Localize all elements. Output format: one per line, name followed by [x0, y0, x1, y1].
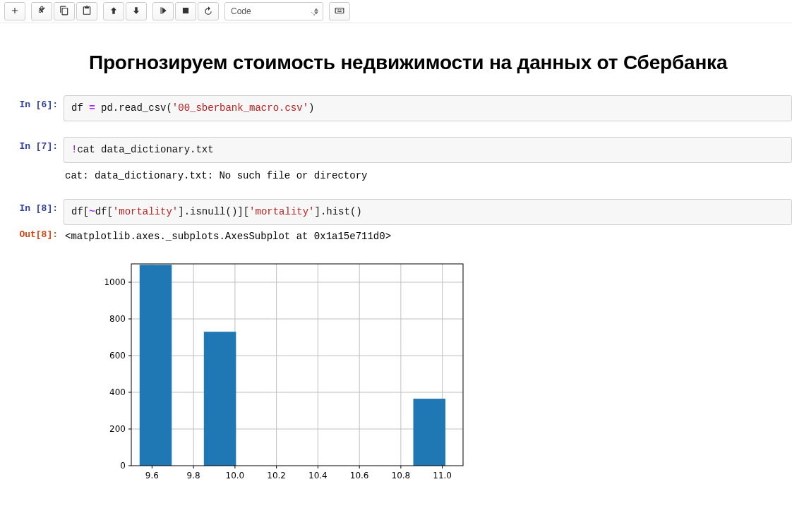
arrow-down-icon [131, 6, 141, 18]
command-palette-button[interactable] [329, 2, 350, 20]
svg-text:0: 0 [120, 461, 126, 471]
svg-rect-22 [414, 399, 446, 466]
code-token: df[ [71, 206, 89, 217]
run-button[interactable] [152, 2, 174, 20]
keyboard-icon [335, 6, 344, 18]
copy-icon [59, 6, 69, 18]
code-cell: In [8]: df[~df['mortality'].isnull()]['m… [0, 199, 792, 225]
scissors-icon [37, 6, 47, 18]
svg-rect-4 [340, 9, 341, 10]
toolbar-group-edit [31, 2, 97, 20]
code-token: pd.read_csv( [95, 102, 172, 114]
code-input[interactable]: df = pd.read_csv('00_sberbank_macro.csv'… [64, 95, 792, 121]
code-cell: In [6]: df = pd.read_csv('00_sberbank_ma… [0, 95, 792, 121]
notebook-body: Прогнозируем стоимость недвижимости на д… [0, 23, 792, 504]
interrupt-button[interactable] [175, 2, 196, 20]
code-token: ].isnull()][ [178, 206, 249, 217]
notebook-toolbar: Code [0, 0, 792, 23]
code-token: '00_sberbank_macro.csv' [172, 102, 308, 114]
svg-rect-0 [183, 7, 188, 13]
code-input[interactable]: df[~df['mortality'].isnull()]['mortality… [64, 199, 792, 225]
output-prompt: Out[8]: [0, 225, 64, 490]
paste-button[interactable] [76, 2, 97, 20]
code-token: ].hist() [315, 206, 362, 217]
stop-icon [181, 6, 191, 18]
svg-text:11.0: 11.0 [433, 471, 452, 480]
svg-text:400: 400 [109, 387, 126, 397]
select-arrows-icon [314, 8, 318, 15]
code-token: cat data_dictionary.txt [77, 144, 213, 155]
cut-button[interactable] [31, 2, 52, 20]
run-icon [158, 6, 168, 18]
code-token: = [89, 102, 95, 114]
toolbar-group-move [103, 2, 147, 20]
toolbar-group-palette [329, 2, 350, 20]
code-token: df[ [95, 206, 113, 217]
code-token: ) [308, 102, 314, 114]
svg-rect-3 [338, 9, 339, 10]
code-token: 'mortality' [113, 206, 178, 217]
insert-cell-button[interactable] [4, 2, 25, 20]
cell-type-select[interactable]: Code [224, 2, 323, 20]
repr-output: <matplotlib.axes._subplots.AxesSubplot a… [64, 225, 792, 244]
plus-icon [10, 6, 20, 18]
svg-rect-5 [342, 9, 342, 10]
move-up-button[interactable] [103, 2, 124, 20]
svg-rect-21 [204, 332, 236, 466]
input-prompt: In [7]: [0, 137, 64, 183]
restart-button[interactable] [198, 2, 219, 20]
move-down-button[interactable] [126, 2, 147, 20]
svg-text:1000: 1000 [104, 277, 126, 287]
stdout-output: cat: data_dictionary.txt: No such file o… [64, 163, 792, 183]
paste-icon [82, 6, 92, 18]
svg-text:200: 200 [109, 424, 126, 434]
svg-text:10.2: 10.2 [267, 471, 286, 480]
toolbar-group-run [152, 2, 219, 20]
svg-rect-6 [337, 11, 342, 11]
code-cell: In [7]: !cat data_dictionary.txt cat: da… [0, 137, 792, 183]
arrow-up-icon [109, 6, 119, 18]
input-prompt: In [8]: [0, 199, 64, 225]
svg-text:600: 600 [109, 351, 126, 361]
svg-text:800: 800 [109, 314, 126, 324]
code-token: df [71, 102, 89, 114]
svg-rect-2 [337, 9, 337, 10]
toolbar-group-insert [4, 2, 25, 20]
chart-output: 020040060080010009.69.810.010.210.410.61… [90, 255, 792, 490]
svg-rect-1 [335, 8, 344, 13]
page-title: Прогнозируем стоимость недвижимости на д… [89, 52, 792, 74]
svg-text:10.4: 10.4 [308, 471, 328, 480]
restart-icon [203, 6, 213, 18]
input-prompt: In [6]: [0, 95, 64, 121]
code-token: 'mortality' [249, 206, 314, 217]
svg-rect-20 [140, 265, 172, 466]
code-token: ~ [89, 206, 95, 217]
svg-text:10.6: 10.6 [350, 471, 369, 480]
toolbar-group-celltype: Code [224, 2, 323, 20]
cell-type-value: Code [231, 6, 251, 16]
output-row: Out[8]: <matplotlib.axes._subplots.AxesS… [0, 225, 792, 490]
svg-text:9.6: 9.6 [145, 471, 159, 480]
svg-text:10.8: 10.8 [392, 471, 411, 480]
svg-text:9.8: 9.8 [187, 471, 200, 480]
svg-text:10.0: 10.0 [226, 471, 245, 480]
copy-button[interactable] [54, 2, 75, 20]
code-input[interactable]: !cat data_dictionary.txt [64, 137, 792, 163]
histogram-chart: 020040060080010009.69.810.010.210.410.61… [90, 255, 472, 488]
